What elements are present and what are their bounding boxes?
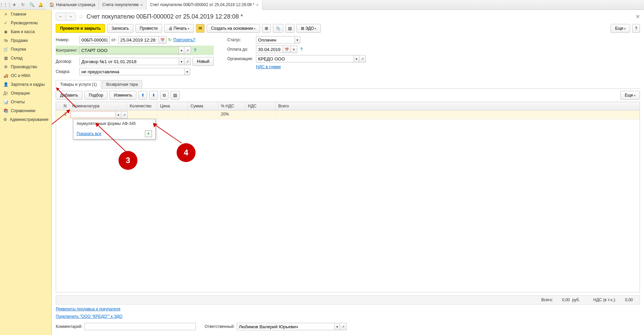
select-button[interactable]: Подбор [84,91,107,100]
open-icon[interactable]: ↗ [340,323,346,330]
apps-icon[interactable]: ⋮⋮⋮ [3,2,8,7]
discount-label: Скидка: [56,69,78,74]
dropdown-icon[interactable]: ▾ [179,47,184,54]
dropdown-item[interactable]: Акумуляторные формы АФ-345 [73,119,155,128]
responsible-label: Ответственный: [205,324,235,329]
sidebar-item-label: Производство [11,65,37,69]
favorite-icon[interactable]: ☆ [78,13,84,20]
seller-details-link[interactable]: Реквизиты продавца и покупателя [56,307,120,311]
sidebar-item-manager[interactable]: ✓Руководителю [0,19,51,27]
dropdown-icon[interactable]: ▾ [295,36,300,44]
sidebar-item-assets[interactable]: 🚚ОС и НМА [0,71,51,80]
create-based-button[interactable]: Создать на основании [207,24,260,33]
sidebar-item-operations[interactable]: ДтОперации [0,89,51,98]
attachment-button[interactable]: 📎 [273,24,283,33]
sidebar-item-admin[interactable]: ⚙Администрирование [0,115,51,124]
paste-button[interactable]: ▤ [171,91,180,100]
clear-icon[interactable]: ✕ [291,46,297,53]
tab-invoices[interactable]: Счета покупателям ✕ [99,0,147,10]
close-icon[interactable]: ✕ [140,3,143,7]
new-contract-button[interactable]: Новый [192,57,214,66]
sidebar-item-bank[interactable]: ◉Банк и касса [0,27,51,36]
sidebar-item-label: Руководителю [11,21,38,25]
nomenclature-input[interactable] [70,111,116,118]
dropdown-icon[interactable]: ▾ [354,55,359,62]
close-icon[interactable]: ✕ [636,14,640,20]
help-button[interactable]: ? [632,24,640,33]
structure-button[interactable]: ⊞ [262,24,271,33]
open-icon[interactable]: ↗ [359,55,366,62]
sidebar-item-directories[interactable]: 📚Справочники [0,106,51,115]
responsible-input[interactable] [237,323,335,330]
sidebar-item-purchases[interactable]: 🛒Покупки [0,45,51,54]
forward-button[interactable]: → [66,13,75,20]
bell-icon[interactable]: 🔔 [38,2,43,7]
move-down-button[interactable]: ⬇ [149,91,158,100]
comment-input[interactable] [84,323,196,330]
cell-price[interactable] [157,110,188,119]
sidebar-item-sales[interactable]: 🛍Продажи [0,36,51,45]
org-input[interactable] [256,55,354,62]
back-button[interactable]: ← [56,13,66,20]
th-qty: Количество [127,102,157,110]
copy-button[interactable]: ⧉ [160,91,169,100]
list-button[interactable]: ▤ [285,24,294,33]
cell-sum[interactable] [188,110,218,119]
tab-containers[interactable]: Возвратная тара [102,80,143,88]
edo-connect-link[interactable]: Подключить "ООО "КРЕДО"" к ЭДО [56,314,123,319]
cell-nomenclature[interactable]: ▾ ↗ [70,110,127,119]
email-button[interactable]: ✉ [196,24,205,33]
edo-button[interactable]: ⊞ ЭДО [297,24,321,33]
close-icon[interactable]: ✕ [256,3,259,7]
number-input[interactable] [79,36,110,44]
show-all-link[interactable]: Показать все [77,131,101,136]
contract-input[interactable] [79,58,179,65]
table-row[interactable]: 1 ▾ ↗ 20% [56,110,640,120]
report-icon: 📊 [3,100,8,104]
sidebar-item-reports[interactable]: 📊Отчеты [0,98,51,106]
help-icon[interactable]: ? [192,48,198,53]
paid-until-input[interactable] [256,46,283,53]
post-button[interactable]: Провести [135,24,162,33]
edit-button[interactable]: Изменить [109,91,136,100]
edo-label: ЭДО [305,26,314,31]
gear-icon: ⚙ [3,117,7,122]
add-button[interactable]: Добавить [56,91,82,100]
sidebar-item-production[interactable]: ⚙Производство [0,62,51,71]
star-icon[interactable]: ★ [11,2,17,7]
open-icon[interactable]: ↗ [184,47,191,54]
sidebar-item-warehouse[interactable]: ▦Склад [0,54,51,62]
add-new-button[interactable]: + [145,130,152,137]
search-icon[interactable]: 🔍 [29,2,34,7]
vat-link[interactable]: НДС в сумме [256,65,281,69]
dropdown-icon[interactable]: ▾ [185,68,190,75]
cell-total[interactable] [276,110,640,119]
sidebar-item-main[interactable]: ≡Главное [0,10,51,19]
dropdown-icon[interactable]: ▾ [179,58,184,65]
dropdown-icon[interactable]: ▾ [116,111,121,119]
history-icon[interactable]: ↻ [20,2,26,7]
date-input[interactable] [118,36,159,44]
discount-input[interactable] [79,68,185,75]
status-input[interactable] [256,36,295,44]
tab-current-invoice[interactable]: Счет покупателю 00БП-000002 от 25.04.201… [147,0,262,10]
cell-vat-rate[interactable]: 20% [218,110,245,119]
more-button[interactable]: Еще [611,24,630,33]
repeat-link[interactable]: Повторять? [173,37,195,42]
save-button[interactable]: Записать [107,24,133,33]
tab-home[interactable]: 🏠 Начальная страница [46,0,99,10]
calendar-icon[interactable]: 📅 [283,46,291,53]
calendar-icon[interactable]: 📅 [159,36,166,44]
cell-qty[interactable] [127,110,157,119]
cell-vat[interactable] [245,110,276,119]
counterparty-input[interactable] [79,47,179,54]
help-icon[interactable]: ? [299,47,304,52]
tab-goods[interactable]: Товары и услуги (1) [56,80,101,89]
post-and-close-button[interactable]: Провести и закрыть [56,24,105,33]
table-more-button[interactable]: Еще [620,91,640,100]
dropdown-icon[interactable]: ▾ [335,323,340,330]
move-up-button[interactable]: ⬆ [138,91,147,100]
open-icon[interactable]: ↗ [184,58,191,65]
print-button[interactable]: 🖨 Печать [164,24,194,33]
sidebar-item-salary[interactable]: 👤Зарплата и кадры [0,80,51,89]
